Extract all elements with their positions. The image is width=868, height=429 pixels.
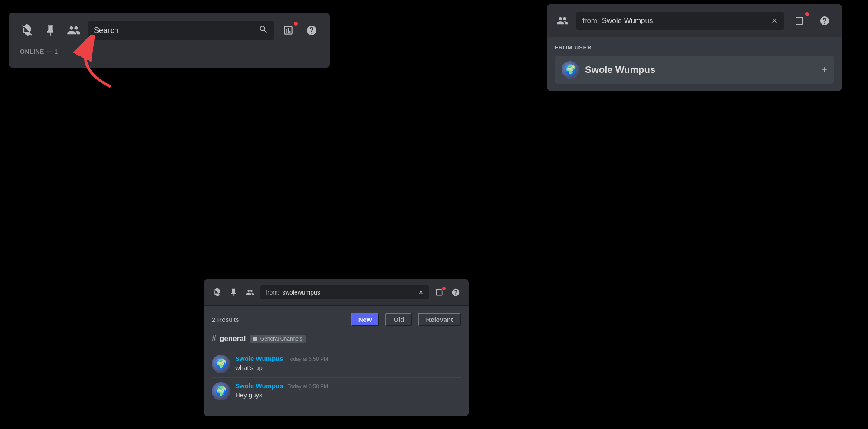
channel-name: general <box>220 334 246 343</box>
search-icon <box>259 25 268 36</box>
msg-header-1: Swole Wumpus Today at 6:58 PM <box>235 355 461 362</box>
results-count: 2 Results <box>212 316 345 323</box>
mute-button[interactable] <box>17 21 36 40</box>
help-button-tr[interactable] <box>815 11 834 30</box>
user-avatar: 🌍 <box>562 61 579 79</box>
search-from-input[interactable]: from: Swole Wumpus ✕ <box>576 12 784 30</box>
from-label-tr: from: <box>582 16 599 25</box>
message-row-2: 🌍 Swole Wumpus Today at 6:58 PM Hey guys <box>212 378 461 405</box>
user-name: Swole Wumpus <box>585 64 815 75</box>
msg-username-2[interactable]: Swole Wumpus <box>235 382 283 390</box>
msg-avatar-1: 🌍 <box>212 355 230 373</box>
msg-text-2: Hey guys <box>235 391 461 399</box>
wumpus-avatar-2: 🌍 <box>212 382 230 400</box>
category-name: General Channels <box>260 336 302 342</box>
mute-icon-bottom <box>211 286 223 298</box>
bottom-panel: from: swolewumpus ✕ 2 Results New Old Re… <box>204 279 469 416</box>
inbox-button[interactable] <box>279 21 298 40</box>
wumpus-avatar-img: 🌍 <box>562 61 579 79</box>
wumpus-avatar-1: 🌍 <box>212 355 230 373</box>
inbox-button-tr[interactable] <box>790 11 809 30</box>
from-user-title: FROM USER <box>555 44 834 51</box>
online-section: ONLINE — 1 <box>17 48 321 56</box>
inbox-button-bottom[interactable] <box>433 286 445 298</box>
search-placeholder: Search <box>94 26 254 35</box>
sort-new-button[interactable]: New <box>351 313 380 326</box>
results-bar: 2 Results New Old Relevant <box>212 313 461 326</box>
from-label-bottom: from: <box>266 289 279 296</box>
members-icon-bottom <box>244 286 256 298</box>
category-badge: General Channels <box>250 335 306 343</box>
members-icon-tr <box>555 13 570 29</box>
online-label: ONLINE — 1 <box>20 48 58 55</box>
help-button-bottom[interactable] <box>450 286 462 298</box>
close-button-tr[interactable]: ✕ <box>771 16 778 26</box>
top-right-panel: from: Swole Wumpus ✕ FROM USER 🌍 Swole W… <box>547 4 842 91</box>
msg-content-2: Swole Wumpus Today at 6:58 PM Hey guys <box>235 382 461 399</box>
help-button[interactable] <box>302 21 321 40</box>
msg-header-2: Swole Wumpus Today at 6:58 PM <box>235 382 461 390</box>
channel-header: # general General Channels <box>212 334 461 346</box>
top-right-header: from: Swole Wumpus ✕ <box>547 4 842 37</box>
msg-timestamp-2: Today at 6:58 PM <box>288 383 328 390</box>
message-row-1: 🌍 Swole Wumpus Today at 6:58 PM what's u… <box>212 350 461 378</box>
pin-button[interactable] <box>41 21 60 40</box>
sort-old-button[interactable]: Old <box>385 313 412 326</box>
msg-username-1[interactable]: Swole Wumpus <box>235 355 283 362</box>
search-results: 2 Results New Old Relevant # general Gen… <box>204 306 469 416</box>
channel-hash: # <box>212 334 216 343</box>
msg-text-1: what's up <box>235 364 461 371</box>
from-value-tr: Swole Wumpus <box>602 16 653 25</box>
search-from-input-bottom[interactable]: from: swolewumpus ✕ <box>260 285 429 299</box>
channel-section: # general General Channels 🌍 Swole Wumpu… <box>212 334 461 405</box>
top-left-panel: Search ONLINE — 1 <box>9 13 330 68</box>
msg-content-1: Swole Wumpus Today at 6:58 PM what's up <box>235 355 461 371</box>
cursor-hand: ☞ <box>686 85 700 91</box>
add-user-button[interactable]: + <box>821 64 827 76</box>
from-value-bottom: swolewumpus <box>282 289 320 296</box>
pin-icon-bottom <box>227 286 240 298</box>
msg-avatar-2: 🌍 <box>212 382 230 400</box>
from-user-section: FROM USER 🌍 Swole Wumpus + ☞ <box>547 37 842 91</box>
close-button-bottom[interactable]: ✕ <box>418 289 424 296</box>
bottom-panel-header: from: swolewumpus ✕ <box>204 279 469 306</box>
sort-relevant-button[interactable]: Relevant <box>418 313 461 326</box>
msg-timestamp-1: Today at 6:58 PM <box>288 356 328 362</box>
user-row[interactable]: 🌍 Swole Wumpus + ☞ <box>555 56 834 84</box>
toolbar: Search <box>17 21 321 40</box>
red-arrow <box>67 35 119 93</box>
